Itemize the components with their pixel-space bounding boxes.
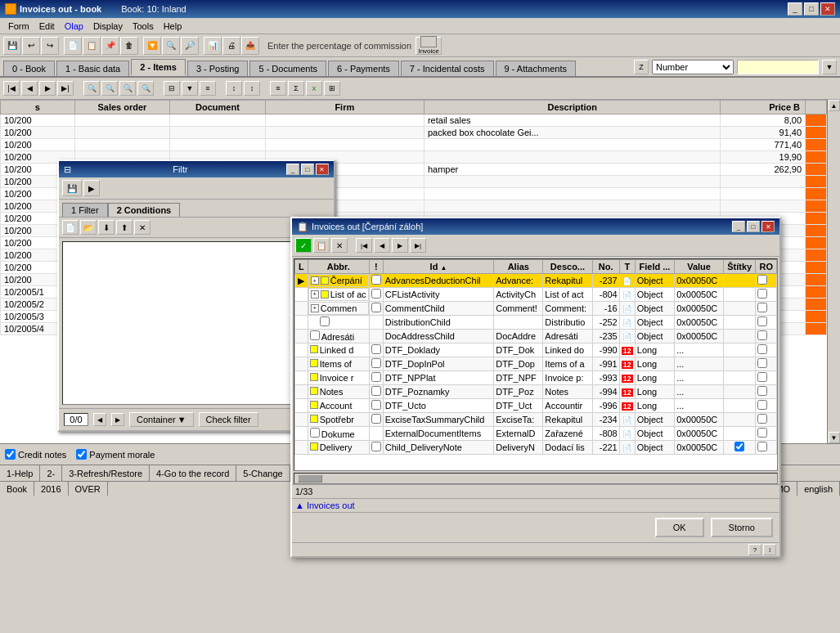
number-dropdown[interactable]: Number (652, 60, 734, 74)
action-refresh[interactable]: 3-Refresh/Restore (62, 465, 150, 481)
payment-morale-checkbox[interactable] (76, 449, 87, 460)
nav-filter3[interactable]: ≡ (200, 81, 216, 96)
menu-display[interactable]: Display (88, 20, 128, 33)
action-goto[interactable]: 4-Go to the record (150, 465, 236, 481)
inv-row-12[interactable]: Dokume ExternalDocumentItems ExternalD Z… (295, 427, 777, 441)
credit-notes-checkbox[interactable] (5, 449, 16, 460)
nav-next[interactable]: ▶ (39, 81, 56, 96)
filter-nav-next[interactable]: ▶ (111, 413, 124, 426)
container-button[interactable]: Container ▼ (129, 412, 194, 427)
nav-list[interactable]: ≡ (270, 81, 286, 96)
filter-save-btn[interactable]: 💾 (62, 180, 82, 196)
inv-minimize[interactable]: _ (732, 221, 745, 232)
tb-redo[interactable]: ↪ (41, 37, 59, 55)
nav-find3[interactable]: 🔍 (119, 81, 136, 96)
nav-find[interactable]: 🔍 (83, 81, 100, 96)
inv-row-2[interactable]: + List of ac CFListActivity ActivityCh L… (295, 288, 777, 302)
inv-row-13[interactable]: Delivery Child_DeliveryNote DeliveryN Do… (295, 441, 777, 455)
tab-5-docs[interactable]: 5 - Documents (249, 61, 326, 76)
tab-1-basic[interactable]: 1 - Basic data (56, 61, 129, 76)
inv-nav-last[interactable]: ▶| (410, 238, 426, 253)
ok-button[interactable]: OK (655, 518, 704, 537)
inv-resize-icon[interactable]: ↕ (763, 544, 776, 555)
filter-tab-2[interactable]: 2 Conditions (108, 203, 181, 217)
filter-up-btn[interactable]: ⬆ (116, 220, 133, 235)
inv-close[interactable]: ✕ (761, 221, 775, 232)
action-change[interactable]: 5-Change (236, 465, 290, 481)
table-row[interactable]: 10/200retail sales8,00 (1, 114, 827, 127)
restore-button[interactable]: □ (804, 2, 819, 16)
main-scrollbar[interactable]: ▲ ▼ (827, 100, 840, 443)
inv-row-5[interactable]: Adresáti DocAddressChild DocAddre Adresá… (295, 330, 777, 343)
number-input[interactable] (737, 60, 819, 74)
tab-7-incidental[interactable]: 7 - Incidental costs (401, 61, 494, 76)
inv-row-11[interactable]: Spotřebr ExciseTaxSummaryChild ExciseTa:… (295, 413, 777, 427)
tb-find[interactable]: 🔎 (181, 37, 199, 55)
action-help[interactable]: 1-Help (0, 465, 40, 481)
menu-help[interactable]: Help (159, 20, 187, 33)
filter-close[interactable]: ✕ (316, 164, 329, 175)
filter-open-btn[interactable]: 📂 (80, 220, 97, 235)
payment-morale-check[interactable]: Payment morale (76, 449, 155, 460)
inv-row-1[interactable]: ▶ + Čerpání AdvancesDeductionChil Advanc… (295, 274, 777, 288)
z-dropdown[interactable]: Z (634, 60, 649, 74)
minimize-button[interactable]: _ (788, 2, 802, 16)
tb-copy[interactable]: 📋 (83, 37, 101, 55)
tb-paste[interactable]: 📌 (101, 37, 119, 55)
nav-option[interactable]: ⊞ (324, 81, 340, 96)
tb-chart[interactable]: 📊 (204, 37, 222, 55)
filter-new-btn[interactable]: 📄 (62, 220, 79, 235)
inv-nav-next[interactable]: ▶ (392, 238, 408, 253)
storno-button[interactable]: Storno (711, 518, 773, 537)
filter-down-btn[interactable]: ⬇ (98, 220, 115, 235)
filter-nav-prev[interactable]: ◀ (93, 413, 106, 426)
nav-excel[interactable]: X (306, 81, 322, 96)
inv-copy-btn[interactable]: 📋 (313, 238, 330, 253)
inv-nav-first[interactable]: |◀ (356, 238, 372, 253)
tb-filter[interactable]: 🔽 (143, 37, 161, 55)
menu-edit[interactable]: Edit (34, 20, 60, 33)
tab-0-book[interactable]: 0 - Book (3, 61, 55, 76)
inv-help-icon[interactable]: ? (748, 544, 761, 555)
tab-2-items[interactable]: 2 - Items (131, 59, 186, 76)
filter-tab-1[interactable]: 1 Filter (62, 203, 108, 217)
inv-row-9[interactable]: Notes DTF_Poznamky DTF_Poz Notes -994 12… (295, 385, 777, 399)
tb-search[interactable]: 🔍 (162, 37, 180, 55)
tb-undo[interactable]: ↩ (22, 37, 40, 55)
credit-notes-check[interactable]: Credit notes (5, 449, 66, 460)
tb-print[interactable]: 🖨 (222, 37, 240, 55)
inv-row-7[interactable]: Items of DTF_DopInPol DTF_Dop Items of a… (295, 357, 777, 371)
close-button[interactable]: ✕ (820, 2, 835, 16)
nav-find2[interactable]: 🔍 (101, 81, 118, 96)
tb-delete[interactable]: 🗑 (120, 37, 138, 55)
filter-delete-btn[interactable]: ✕ (134, 220, 150, 235)
tab-3-posting[interactable]: 3 - Posting (187, 61, 249, 76)
inv-delete-btn[interactable]: ✕ (331, 238, 348, 253)
inv-row-6[interactable]: Linked d DTF_Doklady DTF_Dok Linked do -… (295, 343, 777, 357)
tab-6-payments[interactable]: 6 - Payments (328, 61, 399, 76)
table-row[interactable]: 10/200771,40 (1, 139, 827, 151)
menu-olap[interactable]: Olap (60, 20, 88, 33)
nav-prev[interactable]: ◀ (21, 81, 38, 96)
nav-sort[interactable]: ↕ (226, 81, 242, 96)
tb-invoice[interactable]: Invoice (416, 37, 442, 55)
menu-form[interactable]: Form (3, 20, 34, 33)
action-2[interactable]: 2- (40, 465, 62, 481)
menu-tools[interactable]: Tools (128, 20, 159, 33)
nav-first[interactable]: |◀ (3, 81, 20, 96)
tb-new[interactable]: 📄 (64, 37, 82, 55)
filter-minimize[interactable]: _ (286, 164, 299, 175)
table-row[interactable]: 10/200packed box chocolate Gei...91,40 (1, 127, 827, 139)
nav-filter2[interactable]: ▼ (182, 81, 198, 96)
inv-hscroll[interactable] (294, 473, 778, 484)
nav-sum[interactable]: Σ (288, 81, 304, 96)
inv-nav-prev[interactable]: ◀ (374, 238, 390, 253)
check-filter-button[interactable]: Check filter (199, 412, 258, 427)
inv-row-4[interactable]: DistributionChild Distributio -252 📄 Obj… (295, 316, 777, 330)
filter-maximize[interactable]: □ (301, 164, 314, 175)
inv-maximize[interactable]: □ (747, 221, 760, 232)
tb-save[interactable]: 💾 (3, 37, 21, 55)
number-dropdown2[interactable]: ▼ (822, 60, 837, 74)
nav-sort2[interactable]: ↕ (244, 81, 260, 96)
nav-find4[interactable]: 🔍 (137, 81, 154, 96)
